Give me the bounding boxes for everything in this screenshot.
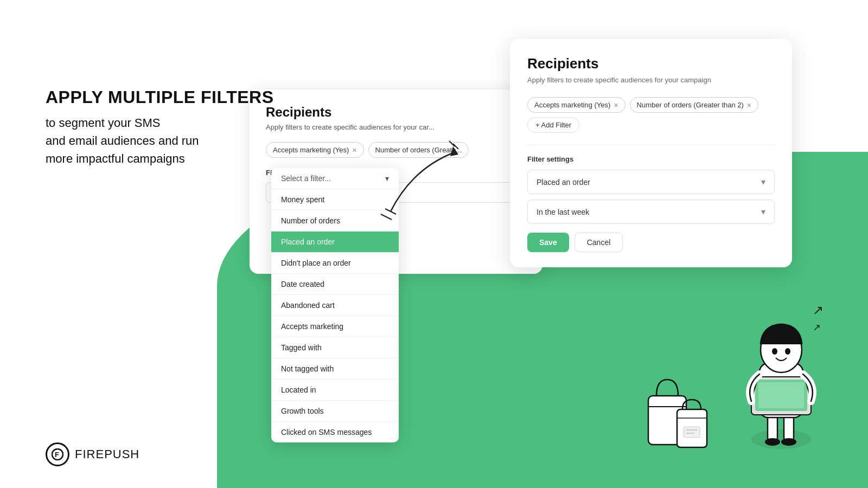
tag-close-marketing[interactable]: × xyxy=(352,146,356,154)
svg-point-16 xyxy=(772,348,777,355)
logo-text: FIREPUSH xyxy=(75,447,139,461)
card-back-subtitle: Apply filters to create specific audienc… xyxy=(266,123,526,131)
dropdown-item-not-tagged[interactable]: Not tagged with xyxy=(271,358,399,380)
card-front-title: Recipients xyxy=(527,55,775,72)
svg-line-5 xyxy=(449,141,455,146)
filter-settings-label-front: Filter settings xyxy=(527,155,775,163)
svg-text:↗: ↗ xyxy=(813,303,824,317)
svg-point-9 xyxy=(765,438,780,446)
placed-order-dropdown[interactable]: Placed an order ▾ xyxy=(527,170,775,194)
svg-rect-14 xyxy=(758,382,804,408)
svg-line-2 xyxy=(385,209,396,214)
svg-point-17 xyxy=(785,348,790,355)
action-buttons: Save Cancel xyxy=(527,233,775,252)
filter-tags-front: Accepts marketing (Yes) × Number of orde… xyxy=(527,97,775,133)
front-tag-orders[interactable]: Number of orders (Greater than 2) × xyxy=(630,97,758,113)
logo-icon: F xyxy=(46,442,69,466)
svg-point-10 xyxy=(781,438,796,446)
dropdown-item-growth-tools[interactable]: Growth tools xyxy=(271,401,399,422)
in-last-week-dropdown[interactable]: In the last week ▾ xyxy=(527,200,775,224)
cancel-button[interactable]: Cancel xyxy=(575,233,623,252)
dropdown-item-date-created[interactable]: Date created xyxy=(271,274,399,295)
front-tag-marketing[interactable]: Accepts marketing (Yes) × xyxy=(527,97,626,113)
arrow-decoration xyxy=(369,136,477,222)
filter-tag-marketing[interactable]: Accepts marketing (Yes) × xyxy=(266,142,364,158)
add-filter-button[interactable]: + Add Filter xyxy=(527,117,579,133)
svg-text:↗: ↗ xyxy=(813,322,821,333)
filter-settings-section: Filter settings Placed an order ▾ In the… xyxy=(527,145,775,252)
card-front: Recipients Apply filters to create speci… xyxy=(510,39,792,267)
svg-text:F: F xyxy=(55,451,59,459)
dropdown-item-didnt-place[interactable]: Didn't place an order xyxy=(271,253,399,274)
headline: APPLY MULTIPLE FILTERS xyxy=(46,87,274,107)
svg-line-3 xyxy=(381,214,392,220)
svg-point-6 xyxy=(751,429,811,449)
front-tag-close-orders[interactable]: × xyxy=(747,101,751,109)
chevron-down-icon-2: ▾ xyxy=(761,207,765,217)
dropdown-item-located-in[interactable]: Located in xyxy=(271,380,399,401)
front-tag-close-marketing[interactable]: × xyxy=(614,101,618,109)
logo: F FIREPUSH xyxy=(46,442,139,466)
dropdown-item-accepts-marketing[interactable]: Accepts marketing xyxy=(271,316,399,337)
card-front-subtitle: Apply filters to create specific audienc… xyxy=(527,75,775,85)
dropdown-item-placed-order[interactable]: Placed an order xyxy=(271,232,399,253)
dropdown-item-abandoned-cart[interactable]: Abandoned cart xyxy=(271,295,399,316)
dropdown-item-tagged-with[interactable]: Tagged with xyxy=(271,337,399,358)
dropdown-item-clicked-sms[interactable]: Clicked on SMS messages xyxy=(271,422,399,442)
chevron-down-icon: ▾ xyxy=(761,177,765,187)
person-illustration: ↗ ↗ xyxy=(722,287,841,461)
card-back-title: Recipients xyxy=(266,105,526,120)
svg-rect-24 xyxy=(684,427,700,438)
left-section: APPLY MULTIPLE FILTERS to segment your S… xyxy=(46,87,274,168)
save-button[interactable]: Save xyxy=(527,233,569,252)
subtext: to segment your SMS and email audiences … xyxy=(46,114,274,168)
shopping-bags xyxy=(646,366,711,453)
